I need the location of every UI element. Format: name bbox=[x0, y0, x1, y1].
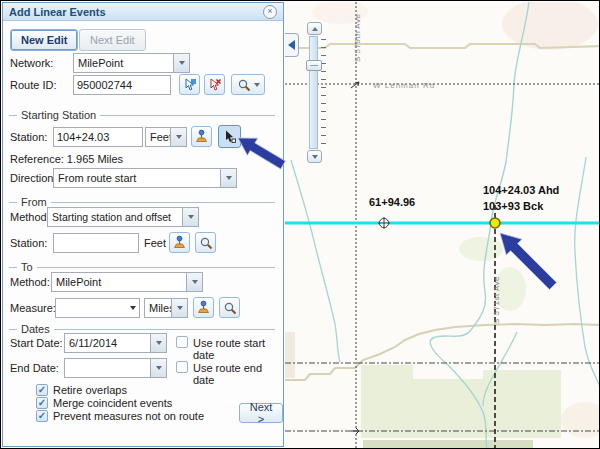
starting-station-title: Starting Station bbox=[17, 109, 100, 121]
measure-marker-button[interactable] bbox=[193, 297, 214, 318]
from-method-label: Method: bbox=[10, 211, 50, 223]
station-marker-icon bbox=[196, 300, 211, 315]
network-combobox[interactable]: MilePoint bbox=[73, 53, 190, 73]
network-dropdown-icon[interactable] bbox=[173, 53, 190, 73]
station-marker-tool-button[interactable] bbox=[191, 126, 212, 147]
map-graphics: 61+94.96 104+24.03 Ahd 103+93 Bck W Lehm… bbox=[285, 2, 600, 449]
road-label-571st: S 571st Ave bbox=[492, 276, 501, 324]
select-route-icon bbox=[183, 78, 197, 92]
merge-coincident-events-checkbox[interactable]: ✓ bbox=[36, 397, 48, 409]
magnifier-icon bbox=[199, 236, 213, 250]
direction-label: Direction: bbox=[10, 172, 56, 184]
zoom-in-icon bbox=[312, 27, 318, 31]
end-date-dropdown-icon[interactable] bbox=[150, 358, 167, 378]
panel-title: Add Linear Events bbox=[9, 6, 106, 18]
map-canvas[interactable]: 61+94.96 104+24.03 Ahd 103+93 Bck W Lehm… bbox=[285, 2, 600, 449]
select-route-on-map-button[interactable] bbox=[179, 74, 200, 95]
measure-units-value: Miles bbox=[144, 298, 171, 318]
measure-combobox[interactable] bbox=[55, 298, 140, 318]
network-value: MilePoint bbox=[73, 53, 173, 73]
magnifier-icon bbox=[223, 301, 237, 315]
station-marker-icon bbox=[194, 129, 209, 144]
route-search-dropdown-button[interactable] bbox=[231, 74, 265, 95]
dates-title: Dates bbox=[17, 323, 54, 335]
to-method-value: MilePoint bbox=[51, 272, 186, 292]
station-marker-icon bbox=[172, 235, 187, 250]
collapse-arrow-icon bbox=[288, 40, 295, 50]
map-green-strip bbox=[363, 440, 533, 449]
station-label-left: 61+94.96 bbox=[369, 196, 415, 208]
from-station-label: Station: bbox=[10, 237, 47, 249]
magnifier-icon bbox=[237, 78, 251, 92]
zoom-out-icon bbox=[312, 155, 318, 159]
end-date-value bbox=[64, 358, 150, 378]
pick-station-on-map-button[interactable] bbox=[218, 125, 241, 148]
measure-search-button[interactable] bbox=[219, 297, 240, 318]
end-date-label: End Date: bbox=[10, 362, 59, 374]
station-input[interactable] bbox=[53, 127, 143, 147]
map-field-area bbox=[361, 365, 561, 438]
measure-label: Measure: bbox=[10, 302, 56, 314]
map-patch bbox=[561, 402, 600, 438]
zoom-slider-track[interactable] bbox=[309, 36, 318, 149]
retire-overlaps-label: Retire overlaps bbox=[53, 384, 127, 396]
use-route-end-date-label: Use route end date bbox=[193, 362, 283, 386]
reference-station-marker[interactable] bbox=[378, 217, 390, 229]
road-label-lehman: W Lehman Rd bbox=[373, 81, 435, 90]
start-date-dropdown-icon[interactable] bbox=[150, 333, 167, 353]
zoom-out-button[interactable] bbox=[307, 150, 322, 163]
app-window: Add Linear Events × New Edit Next Edit N… bbox=[0, 0, 600, 449]
station-label-right-line1: 104+24.03 Ahd bbox=[483, 184, 559, 196]
reference-text: Reference: 1.965 Miles bbox=[10, 153, 123, 165]
route-id-label: Route ID: bbox=[10, 79, 56, 91]
map-stream-left bbox=[291, 160, 340, 362]
station-units-dropdown-icon[interactable] bbox=[170, 127, 187, 147]
to-method-dropdown-icon[interactable] bbox=[186, 272, 203, 292]
end-date-field[interactable] bbox=[64, 358, 167, 378]
from-station-search-button[interactable] bbox=[195, 232, 216, 253]
selected-station-marker[interactable] bbox=[490, 218, 500, 228]
panel-header: Add Linear Events × bbox=[3, 3, 283, 21]
merge-coincident-events-label: Merge coincident events bbox=[53, 397, 172, 409]
from-method-dropdown-icon[interactable] bbox=[182, 207, 199, 227]
map-patch bbox=[502, 2, 598, 50]
panel-collapse-button[interactable] bbox=[285, 33, 299, 57]
road-label-579th: S 579th Ave bbox=[353, 13, 362, 62]
station-units-value: Feet bbox=[145, 127, 170, 147]
measure-inline-dropdown-icon[interactable] bbox=[130, 306, 136, 310]
direction-combobox[interactable]: From route start bbox=[53, 168, 237, 188]
map-stream-right bbox=[575, 157, 600, 387]
route-id-input[interactable] bbox=[73, 75, 171, 95]
start-date-field[interactable]: 6/11/2014 bbox=[64, 333, 167, 353]
start-date-label: Start Date: bbox=[10, 337, 63, 349]
map-direction-arrow bbox=[351, 428, 359, 434]
retire-overlaps-checkbox[interactable]: ✓ bbox=[36, 384, 48, 396]
measure-units-dropdown-icon[interactable] bbox=[171, 298, 188, 318]
to-method-combobox[interactable]: MilePoint bbox=[51, 272, 203, 292]
next-button[interactable]: Next > bbox=[239, 403, 283, 423]
new-edit-button[interactable]: New Edit bbox=[10, 29, 78, 51]
map-direction-arrow bbox=[351, 82, 359, 88]
use-route-end-date-checkbox[interactable] bbox=[176, 361, 188, 373]
station-units-combobox[interactable]: Feet bbox=[145, 127, 187, 147]
prevent-measures-label: Prevent measures not on route bbox=[53, 410, 204, 422]
from-method-combobox[interactable]: Starting station and offset bbox=[47, 207, 199, 227]
clear-route-selection-button[interactable] bbox=[204, 74, 225, 95]
chevron-down-icon bbox=[254, 83, 260, 87]
zoom-slider-ticks bbox=[321, 39, 326, 147]
from-station-marker-button[interactable] bbox=[169, 232, 190, 253]
close-icon[interactable]: × bbox=[263, 5, 277, 19]
from-station-input[interactable] bbox=[53, 233, 139, 253]
station-label-right-line2: 103+93 Bck bbox=[483, 200, 544, 212]
to-title: To bbox=[17, 261, 37, 273]
starting-station-separator: Starting Station bbox=[9, 109, 275, 121]
prevent-measures-checkbox[interactable]: ✓ bbox=[36, 410, 48, 422]
direction-value: From route start bbox=[53, 168, 220, 188]
use-route-start-date-checkbox[interactable] bbox=[176, 336, 188, 348]
next-edit-button[interactable]: Next Edit bbox=[79, 29, 146, 51]
measure-units-combobox[interactable]: Miles bbox=[144, 298, 188, 318]
map-patch bbox=[285, 332, 295, 378]
direction-dropdown-icon[interactable] bbox=[220, 168, 237, 188]
zoom-slider-handle[interactable] bbox=[306, 60, 322, 71]
zoom-in-button[interactable] bbox=[307, 22, 322, 35]
